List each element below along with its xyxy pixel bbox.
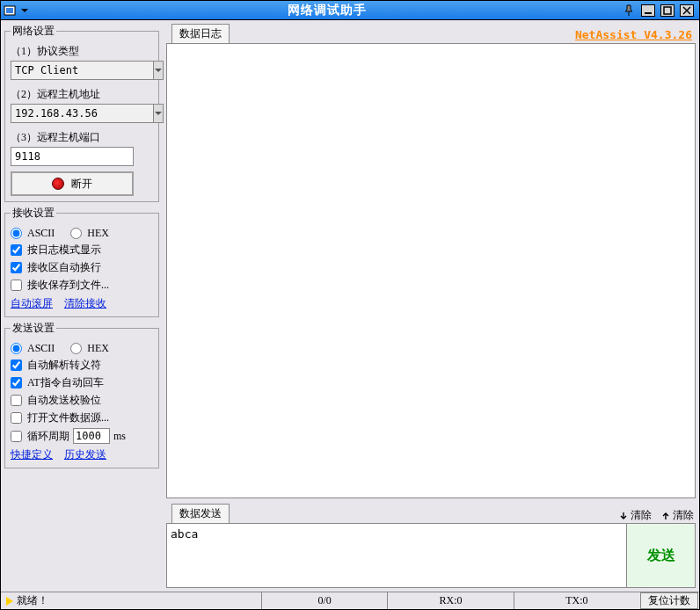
open-file-label: 打开文件数据源... [27,410,109,425]
host-combo[interactable] [11,104,134,123]
recv-settings-group: 接收设置 ASCII HEX 按日志模式显示 接收区自动换行 接 [4,206,159,317]
send-button[interactable]: 发送 [626,524,695,587]
send-hex-label: HEX [87,342,109,355]
log-mode-check[interactable] [11,244,22,256]
send-row: 发送 [166,523,696,588]
right-panel: 数据日志 NetAssist V4.3.26 数据发送 清除 清除 [166,24,696,588]
window-title: 网络调试助手 [33,3,622,18]
disconnect-label: 断开 [71,177,92,192]
play-icon [6,597,13,606]
chevron-down-icon[interactable] [154,104,164,123]
auto-scroll-link[interactable]: 自动滚屏 [11,297,53,309]
send-textarea[interactable] [167,524,626,587]
auto-wrap-check[interactable] [11,262,22,273]
reset-count-button[interactable]: 复位计数 [640,592,698,609]
clear2-label: 清除 [673,508,694,523]
clear1-label: 清除 [631,508,652,523]
dropdown-icon[interactable] [18,4,32,18]
status-rx: RX:0 [387,592,513,609]
proto-label: （1）协议类型 [11,44,153,59]
port-input[interactable] [11,147,134,166]
status-tx: TX:0 [514,592,639,609]
record-icon [52,178,64,190]
window-controls [622,4,699,18]
save-file-check[interactable] [11,280,22,291]
quick-def-link[interactable]: 快捷定义 [11,448,53,461]
svg-rect-1 [6,8,13,13]
minimize-button[interactable] [641,4,655,17]
log-tabbar: 数据日志 NetAssist V4.3.26 [166,24,696,43]
pin-icon[interactable] [622,4,636,18]
proto-combo[interactable] [11,61,134,80]
auto-escape-check[interactable] [11,359,22,371]
send-ascii-radio[interactable] [11,343,22,354]
sysmenu-area [1,4,33,18]
svg-rect-3 [664,7,671,14]
log-tab[interactable]: 数据日志 [171,24,230,43]
network-settings-group: 网络设置 （1）协议类型 （2）远程主机地址 （3）远程主机端口 [4,24,159,202]
clear-down-action[interactable]: 清除 [618,508,652,523]
history-link[interactable]: 历史发送 [64,448,106,461]
proto-input[interactable] [11,61,154,80]
log-box[interactable] [166,43,696,498]
send-settings-legend: 发送设置 [11,321,56,336]
host-input[interactable] [11,104,154,123]
loop-unit: ms [113,430,126,443]
clear-up-action[interactable]: 清除 [660,508,694,523]
recv-ascii-radio[interactable] [11,228,22,239]
send-ascii-label: ASCII [27,342,55,355]
statusbar: 就绪！ 0/0 RX:0 TX:0 复位计数 [1,592,699,609]
status-ready: 就绪！ [17,593,48,608]
send-hex-radio[interactable] [70,343,82,354]
content: 网络设置 （1）协议类型 （2）远程主机地址 （3）远程主机端口 [1,20,699,592]
log-mode-label: 按日志模式显示 [27,243,101,258]
at-return-check[interactable] [11,377,22,389]
recv-ascii-label: ASCII [27,227,55,240]
send-settings-group: 发送设置 ASCII HEX 自动解析转义符 AT指令自动回车 [4,321,159,468]
recv-hex-label: HEX [87,227,109,240]
disconnect-button[interactable]: 断开 [11,171,134,196]
auto-crc-check[interactable] [11,395,22,406]
network-settings-legend: 网络设置 [11,24,56,39]
titlebar: 网络调试助手 [1,1,699,20]
at-return-label: AT指令自动回车 [27,375,104,390]
open-file-check[interactable] [11,412,22,424]
status-counts: 0/0 [261,592,387,609]
loop-check[interactable] [11,431,22,442]
save-file-label: 接收保存到文件... [27,278,109,293]
recv-settings-legend: 接收设置 [11,206,56,221]
loop-value-input[interactable] [73,428,110,444]
loop-label: 循环周期 [27,429,69,444]
port-label: （3）远程主机端口 [11,130,153,145]
auto-wrap-label: 接收区自动换行 [27,260,101,275]
send-header: 数据发送 清除 清除 [166,504,696,523]
left-panel: 网络设置 （1）协议类型 （2）远程主机地址 （3）远程主机端口 [4,24,159,588]
auto-crc-label: 自动发送校验位 [27,393,101,408]
recv-hex-radio[interactable] [70,228,82,239]
chevron-down-icon[interactable] [154,61,164,80]
close-button[interactable] [680,4,694,17]
arrow-down-icon [618,511,629,521]
maximize-button[interactable] [660,4,674,17]
send-button-label: 发送 [647,547,675,565]
app-window: 网络调试助手 网络设置 （1）协议类型 [0,0,700,610]
arrow-up-icon [660,511,671,521]
app-icon [3,4,17,18]
auto-escape-label: 自动解析转义符 [27,358,101,373]
clear-recv-link[interactable]: 清除接收 [64,297,106,309]
send-tab[interactable]: 数据发送 [171,504,230,523]
host-label: （2）远程主机地址 [11,87,153,102]
brand-label[interactable]: NetAssist V4.3.26 [575,28,692,41]
